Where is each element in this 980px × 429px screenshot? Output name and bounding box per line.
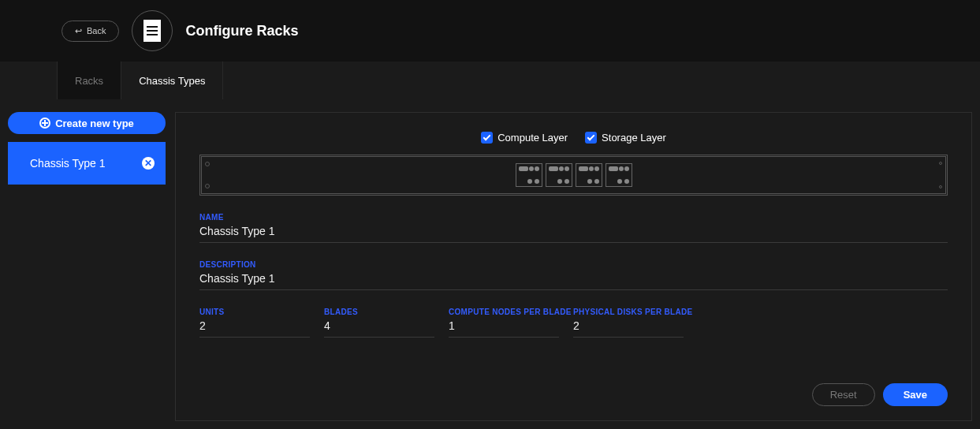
units-label: UNITS <box>199 308 310 316</box>
storage-layer-label: Storage Layer <box>602 132 666 144</box>
create-button-label: Create new type <box>55 118 134 129</box>
footer-buttons: Reset Save <box>812 383 948 406</box>
storage-layer-checkbox-wrap[interactable]: Storage Layer <box>585 132 666 144</box>
sidebar: Create new type Chassis Type 1 ✕ <box>8 112 166 421</box>
details-panel: Compute Layer Storage Layer <box>175 112 972 421</box>
back-label: Back <box>87 26 106 35</box>
sidebar-item-chassis-type-1[interactable]: Chassis Type 1 ✕ <box>8 142 166 185</box>
tab-racks[interactable]: Racks <box>57 62 121 99</box>
units-value: 2 <box>199 319 310 332</box>
units-field[interactable]: UNITS 2 <box>199 308 310 338</box>
delete-type-icon[interactable]: ✕ <box>142 157 155 170</box>
create-new-type-button[interactable]: Create new type <box>8 112 166 134</box>
page-title: Configure Racks <box>185 23 298 39</box>
compute-layer-label: Compute Layer <box>497 132 568 144</box>
blade-preview <box>606 163 632 187</box>
name-field[interactable]: NAME Chassis Type 1 <box>199 213 948 243</box>
blade-preview <box>576 163 602 187</box>
layer-checkboxes: Compute Layer Storage Layer <box>199 132 948 144</box>
checkbox-icon <box>481 132 493 144</box>
chassis-preview <box>199 155 948 196</box>
physical-disks-field[interactable]: PHYSICAL DISKS PER BLADE 2 <box>573 308 684 338</box>
name-value: Chassis Type 1 <box>199 225 948 237</box>
blades-label: BLADES <box>324 308 434 316</box>
name-label: NAME <box>199 213 948 222</box>
header: ↩ Back Configure Racks <box>0 0 980 62</box>
compute-layer-checkbox-wrap[interactable]: Compute Layer <box>481 132 568 144</box>
reset-button[interactable]: Reset <box>812 383 875 406</box>
description-field[interactable]: DESCRIPTION Chassis Type 1 <box>199 260 948 290</box>
compute-nodes-label: COMPUTE NODES PER BLADE <box>449 308 559 316</box>
rack-icon <box>132 10 173 51</box>
plus-circle-icon <box>39 118 50 129</box>
back-button[interactable]: ↩ Back <box>61 21 119 42</box>
blade-preview <box>516 163 542 187</box>
checkbox-icon <box>585 132 597 144</box>
physical-disks-label: PHYSICAL DISKS PER BLADE <box>573 308 684 316</box>
numeric-fields-row: UNITS 2 BLADES 4 COMPUTE NODES PER BLADE… <box>199 308 948 338</box>
description-value: Chassis Type 1 <box>199 272 948 285</box>
compute-nodes-value: 1 <box>449 319 559 332</box>
sidebar-item-label: Chassis Type 1 <box>30 157 105 170</box>
physical-disks-value: 2 <box>573 319 684 332</box>
back-arrow-icon: ↩ <box>75 26 82 36</box>
compute-nodes-field[interactable]: COMPUTE NODES PER BLADE 1 <box>449 308 559 338</box>
blade-preview <box>546 163 572 187</box>
tab-chassis-types[interactable]: Chassis Types <box>121 62 223 99</box>
save-button[interactable]: Save <box>883 383 948 406</box>
tab-bar: Racks Chassis Types <box>0 62 980 99</box>
blades-value: 4 <box>324 319 434 332</box>
blades-field[interactable]: BLADES 4 <box>324 308 434 338</box>
description-label: DESCRIPTION <box>199 260 948 269</box>
